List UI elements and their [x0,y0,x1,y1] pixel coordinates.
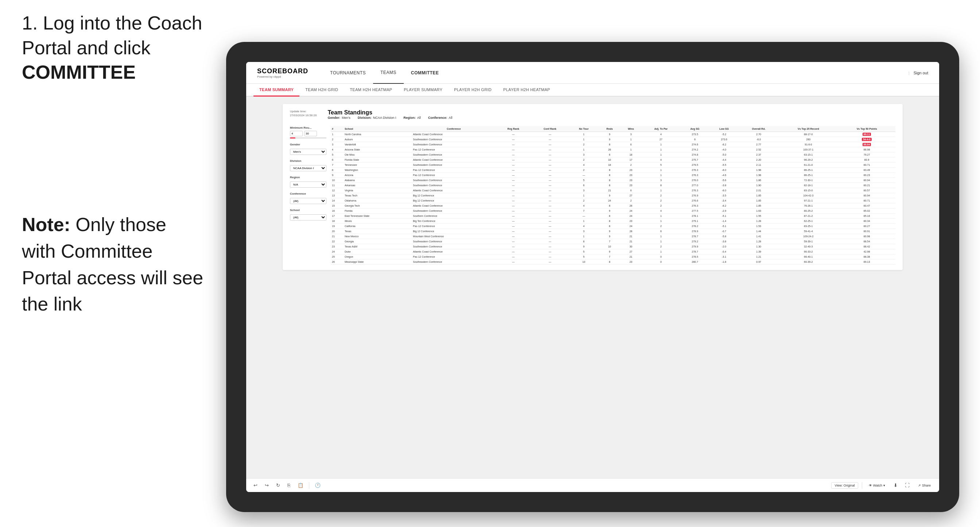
gender-select[interactable]: Men's [290,149,326,155]
conference-select[interactable]: (All) [290,198,326,204]
table-cell: Texas A&M [344,244,412,249]
fullscreen-btn[interactable]: ⛶ [903,481,912,489]
table-cell: 1 [569,234,599,239]
sub-nav-team-h2h-heatmap[interactable]: TEAM H2H HEATMAP [344,84,398,97]
table-cell: 5 [569,249,599,254]
table-cell: 2.11 [739,162,779,168]
nav-item-committee[interactable]: COMMITTEE [404,62,446,84]
table-cell: 276.3 [681,173,710,178]
table-cell: -5.1 [710,214,739,219]
table-cell: 277.0 [681,183,710,188]
table-cell: 0 [641,254,681,259]
table-cell: Illinois [344,219,412,224]
sign-out-btn[interactable]: Sign out [914,71,928,75]
min-rounds-min-input[interactable] [290,131,303,136]
redo-btn[interactable]: ↪ [263,481,270,489]
division-select[interactable]: NCAA Division I [290,165,326,171]
region-select[interactable]: N/A [290,181,326,188]
table-cell: — [569,173,599,178]
standings-panel: Update time: 27/03/2024 16:56:26 Team St… [283,104,903,270]
undo-btn[interactable]: ↩ [251,481,259,489]
table-cell: -6.0 [710,188,739,193]
table-cell: -5.6 [710,178,739,183]
school-select[interactable]: (All) [290,214,326,221]
min-rounds-max-input[interactable] [304,131,317,136]
table-cell: 9 [599,193,621,198]
toolbar-divider2 [862,482,862,489]
table-cell: — [531,173,569,178]
table-cell: North Carolina [344,132,412,137]
table-cell: 1 [641,168,681,173]
table-cell: 1.98 [739,168,779,173]
nav-item-tournaments[interactable]: TOURNAMENTS [323,62,373,84]
table-cell: 2 [569,157,599,162]
table-cell: 3 [620,132,641,137]
view-original-btn[interactable]: View: Original [831,482,858,489]
table-cell: 6 [620,188,641,193]
sub-nav-team-summary[interactable]: TEAM SUMMARY [253,84,299,97]
table-row: 1North CarolinaAtlantic Coast Conference… [331,132,896,137]
table-cell: Big Ten Conference [412,219,496,224]
table-cell: — [496,244,531,249]
sub-nav-player-h2h-heatmap[interactable]: PLAYER H2H HEATMAP [498,84,556,97]
table-cell: Florida State [344,157,412,162]
table-cell: 278.7 [681,234,710,239]
table-cell: Mississippi State [344,259,412,265]
table-cell: 90-33-2 [779,249,838,254]
paste-btn[interactable]: 📋 [296,481,305,489]
table-cell: 10 [331,178,344,183]
table-cell: Virginia [344,188,412,193]
table-cell: 87-21-2 [779,214,838,219]
table-cell: 1 [641,219,681,224]
table-cell: Arkansas [344,183,412,188]
table-cell: 276.3 [681,168,710,173]
export-btn[interactable]: ⬇ [892,481,899,489]
table-cell: 26 [599,147,621,152]
table-cell: 1.30 [739,244,779,249]
watch-btn[interactable]: 👁 Watch ▾ [866,483,888,488]
table-cell: 1.44 [739,229,779,234]
table-cell: California [344,224,412,229]
nav-item-teams[interactable]: TEAMS [373,62,404,84]
table-cell: 21 [599,188,621,193]
table-cell: 6 [599,152,621,157]
table-cell: 59-41-4 [779,229,838,234]
sub-nav-player-summary[interactable]: PLAYER SUMMARY [398,84,448,97]
table-cell: Pac-12 Conference [412,147,496,152]
share-btn[interactable]: ↗ Share [915,483,934,488]
sub-nav-player-h2h-grid[interactable]: PLAYER H2H GRID [448,84,498,97]
clock-btn[interactable]: 🕐 [313,481,322,489]
table-cell: 8 [599,219,621,224]
min-rounds-filter-group: Minimum Rou... [290,126,326,138]
table-cell: 26 [331,259,344,265]
table-cell: — [496,147,531,152]
app-header: SCOREBOARD Powered by clippd TOURNAMENTS… [246,62,939,84]
table-cell: 276.6 [681,198,710,203]
filter-row: Gender: Men's Division: NCAA Division I … [328,116,896,119]
table-cell: 88.54 [838,239,896,244]
table-cell: Duke [344,249,412,254]
sub-nav-team-h2h-grid[interactable]: TEAM H2H GRID [299,84,344,97]
table-cell: 4 [569,162,599,168]
th-rnds: Rnds [599,126,621,132]
table-cell: 1.41 [739,234,779,239]
table-cell: 1.63 [739,208,779,214]
table-cell: 21 [620,234,641,239]
table-cell: 7 [569,208,599,214]
copy-btn[interactable]: ⎘ [286,481,292,489]
table-cell: 279.5 [681,162,710,168]
th-no-tour: No Tour [569,126,599,132]
table-cell: Atlantic Coast Conference [412,157,496,162]
table-cell: 1 [569,132,599,137]
table-cell: 0.97 [739,259,779,265]
table-cell: 8 [599,142,621,147]
table-cell: — [496,142,531,147]
table-cell: — [531,178,569,183]
table-cell: 1 [641,214,681,219]
table-cell: 1.53 [739,224,779,229]
refresh-btn[interactable]: ↻ [274,481,282,489]
table-cell: Big 12 Conference [412,193,496,198]
table-cell: 1 [641,249,681,254]
table-cell: Vanderbilt [344,142,412,147]
table-cell: — [531,229,569,234]
